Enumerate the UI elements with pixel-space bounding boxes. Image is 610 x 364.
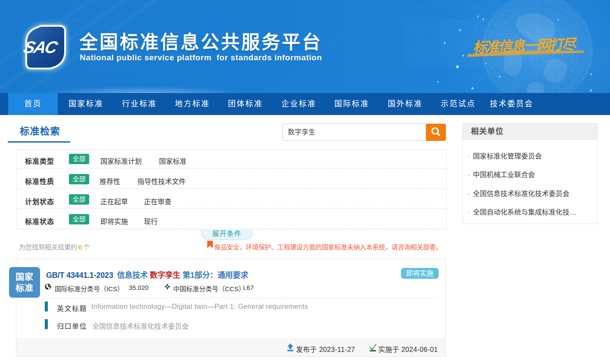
- svg-text:SAC: SAC: [22, 38, 60, 56]
